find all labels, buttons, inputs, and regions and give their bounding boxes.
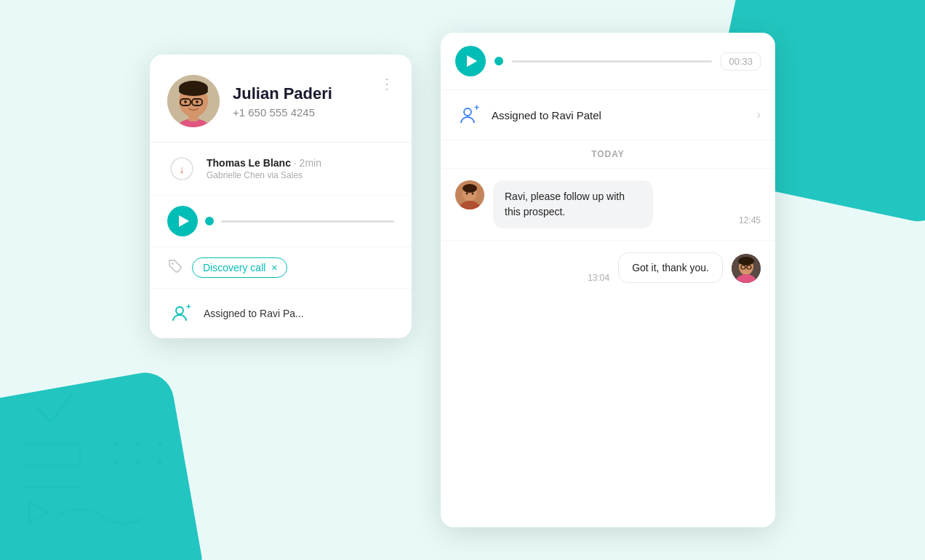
- message-row: Ravi, please follow up with this prospec…: [441, 169, 775, 241]
- conv-play-button[interactable]: [455, 46, 486, 76]
- svg-point-8: [114, 460, 119, 464]
- contact-phone: +1 650 555 4245: [233, 106, 367, 119]
- audio-player-row: [150, 196, 412, 247]
- conversation-card: 00:33 + Assigned to Ravi Patel › TODAY: [441, 33, 775, 527]
- tag-row: Discovery call ×: [150, 247, 412, 289]
- chevron-right-icon: ›: [757, 108, 761, 121]
- call-icon: ↓: [167, 154, 196, 183]
- reply-text: Got it, thank you.: [632, 262, 709, 273]
- play-icon: [179, 215, 189, 227]
- audio-progress-bar[interactable]: [221, 220, 394, 223]
- conv-assign-row[interactable]: + Assigned to Ravi Patel ›: [441, 90, 775, 140]
- message-bubble: Ravi, please follow up with this prospec…: [493, 180, 653, 228]
- svg-point-16: [179, 86, 208, 96]
- assign-text-left: Assigned to Ravi Pa...: [204, 308, 304, 319]
- conv-audio-bar[interactable]: [512, 60, 712, 63]
- audio-progress-dot: [205, 217, 214, 225]
- svg-point-33: [466, 193, 468, 195]
- contact-name: Julian Paderi: [233, 84, 367, 103]
- svg-point-31: [462, 184, 477, 193]
- reply-avatar: [732, 254, 761, 283]
- avatar: [167, 75, 220, 127]
- sender-avatar: [455, 180, 484, 209]
- reply-row: 13:04 Got it, thank you.: [441, 241, 775, 295]
- assign-icon: +: [167, 300, 193, 327]
- message-text: Ravi, please follow up with this prospec…: [505, 191, 625, 217]
- contact-card: Julian Paderi +1 650 555 4245 ⋮ ↓ Thomas…: [150, 55, 412, 338]
- svg-point-6: [136, 441, 140, 446]
- conv-audio-dot: [494, 57, 503, 65]
- tag-close-icon[interactable]: ×: [271, 262, 277, 273]
- caller-name: Thomas Le Blanc · 2min: [207, 157, 394, 169]
- svg-point-27: [464, 108, 471, 116]
- reply-bubble: Got it, thank you.: [618, 252, 723, 283]
- tag-icon: [167, 258, 183, 278]
- menu-dots-icon[interactable]: ⋮: [380, 75, 394, 92]
- reply-time: 13:04: [588, 273, 609, 283]
- svg-point-37: [738, 257, 754, 265]
- scene: Julian Paderi +1 650 555 4245 ⋮ ↓ Thomas…: [150, 33, 775, 527]
- conv-assign-icon: +: [455, 102, 481, 128]
- assign-row-left: + Assigned to Ravi Pa...: [150, 289, 412, 338]
- message-time: 12:45: [739, 215, 761, 228]
- today-divider: TODAY: [441, 140, 775, 169]
- svg-point-5: [114, 441, 119, 446]
- svg-point-20: [184, 100, 187, 103]
- conv-assign-text: Assigned to Ravi Patel: [492, 109, 747, 121]
- call-row: ↓ Thomas Le Blanc · 2min Gabrielle Chen …: [150, 143, 412, 196]
- conv-audio-row: 00:33: [441, 33, 775, 90]
- tag-pill[interactable]: Discovery call ×: [192, 257, 287, 278]
- conv-audio-time: 00:33: [721, 52, 761, 71]
- tag-label: Discovery call: [203, 262, 265, 273]
- svg-text:+: +: [186, 303, 191, 311]
- contact-info: Julian Paderi +1 650 555 4245: [233, 84, 367, 119]
- svg-text:+: +: [474, 104, 479, 113]
- svg-point-21: [196, 100, 199, 103]
- svg-text:↓: ↓: [180, 164, 185, 175]
- conv-play-icon: [467, 55, 477, 67]
- contact-header: Julian Paderi +1 650 555 4245 ⋮: [150, 55, 412, 143]
- play-button[interactable]: [167, 206, 198, 236]
- svg-point-24: [172, 263, 174, 265]
- svg-point-25: [176, 307, 183, 314]
- call-info: Thomas Le Blanc · 2min Gabrielle Chen vi…: [207, 157, 394, 180]
- svg-marker-4: [29, 502, 47, 524]
- svg-point-34: [472, 193, 474, 195]
- caller-sub: Gabrielle Chen via Sales: [207, 170, 394, 180]
- svg-point-9: [136, 460, 140, 464]
